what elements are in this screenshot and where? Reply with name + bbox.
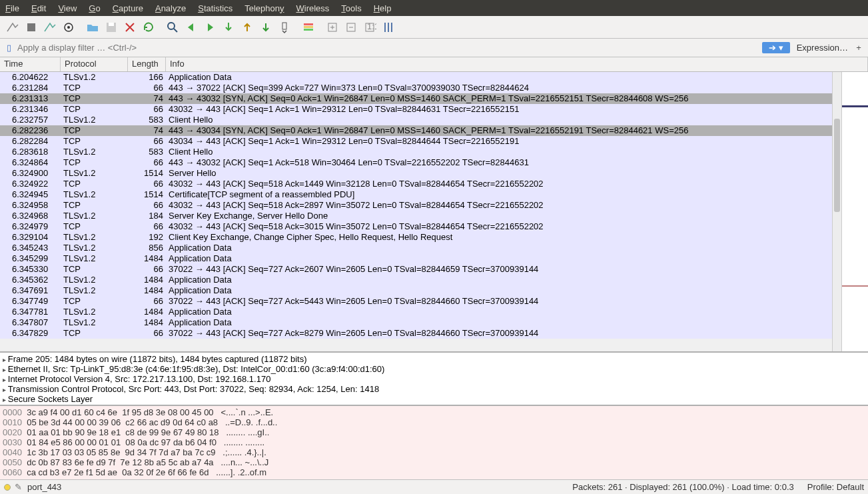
- menu-tools[interactable]: Tools: [341, 3, 361, 13]
- menu-analyze[interactable]: Analyze: [155, 3, 186, 13]
- packet-list[interactable]: 6.204622TLSv1.2166Application Data6.2312…: [0, 72, 832, 351]
- hex-line[interactable]: 0040 1c 3b 17 03 03 05 85 8e 9d 34 7f 7d…: [3, 447, 865, 457]
- packet-row[interactable]: 6.231346TCP6643032 → 443 [ACK] Seq=1 Ack…: [0, 104, 832, 115]
- packet-row[interactable]: 6.282236TCP74443 → 43034 [SYN, ACK] Seq=…: [0, 125, 832, 136]
- profile-label[interactable]: Profile: Default: [807, 482, 864, 492]
- packet-row[interactable]: 6.204622TLSv1.2166Application Data: [0, 72, 832, 83]
- menu-edit[interactable]: Edit: [31, 3, 46, 13]
- hex-line[interactable]: 0010 05 be 3d 44 00 00 39 06 c2 66 ac d9…: [3, 417, 865, 427]
- hex-line[interactable]: 0060 ca cd b3 e7 2e f1 5d ae 0a 32 0f 2e…: [3, 467, 865, 477]
- toolbar: 1:1: [0, 16, 868, 39]
- menu-file[interactable]: File: [5, 3, 19, 13]
- col-time[interactable]: Time: [0, 57, 61, 71]
- packet-row[interactable]: 6.347691TLSv1.21484Application Data: [0, 285, 832, 296]
- hex-line[interactable]: 0030 01 84 e5 86 00 00 01 01 08 0a dc 97…: [3, 437, 865, 447]
- hex-line[interactable]: 0050 dc 0b 87 83 6e fe d9 7f 7e 12 8b a5…: [3, 457, 865, 467]
- menu-help[interactable]: Help: [374, 3, 392, 13]
- display-filter-input[interactable]: [15, 41, 759, 54]
- packet-row[interactable]: 6.329104TLSv1.2192Client Key Exchange, C…: [0, 232, 832, 243]
- packet-row[interactable]: 6.347749TCP6637022 → 443 [ACK] Seq=727 A…: [0, 296, 832, 307]
- svg-rect-4: [109, 23, 114, 26]
- svg-rect-10: [304, 29, 313, 31]
- packet-row[interactable]: 6.324968TLSv1.2184Server Key Exchange, S…: [0, 211, 832, 221]
- details-line[interactable]: Secure Sockets Layer: [3, 394, 865, 404]
- details-line[interactable]: Frame 205: 1484 bytes on wire (11872 bit…: [3, 354, 865, 364]
- find-icon[interactable]: [164, 19, 181, 36]
- svg-point-5: [168, 23, 175, 29]
- packet-row[interactable]: 6.324945TLSv1.21514Certificate[TCP segme…: [0, 189, 832, 200]
- packet-row[interactable]: 6.324979TCP6643032 → 443 [ACK] Seq=518 A…: [0, 221, 832, 232]
- edit-pref-icon[interactable]: ✎: [15, 482, 22, 492]
- svg-point-2: [67, 26, 70, 29]
- restart-capture-icon[interactable]: [41, 19, 59, 36]
- start-capture-icon[interactable]: [4, 19, 21, 36]
- svg-rect-9: [304, 26, 313, 28]
- packet-count-label: Packets: 261 · Displayed: 261 (100.0%) ·…: [572, 482, 793, 492]
- packet-bytes-pane[interactable]: 0000 3c a9 f4 00 d1 60 c4 6e 1f 95 d8 3e…: [0, 405, 868, 479]
- packet-row[interactable]: 6.232757TLSv1.2583Client Hello: [0, 115, 832, 125]
- packet-row[interactable]: 6.345330TCP6637022 → 443 [ACK] Seq=727 A…: [0, 264, 832, 275]
- packet-row[interactable]: 6.324900TLSv1.21514Server Hello: [0, 168, 832, 179]
- hex-line[interactable]: 0020 01 aa 01 bb 90 9e 18 e1 c8 de 99 9e…: [3, 427, 865, 437]
- hex-line[interactable]: 0000 3c a9 f4 00 d1 60 c4 6e 1f 95 d8 3e…: [3, 407, 865, 417]
- capture-file-label: port_443: [27, 482, 61, 492]
- close-file-icon[interactable]: [121, 19, 139, 36]
- col-protocol[interactable]: Protocol: [61, 57, 128, 71]
- packet-list-header: Time Protocol Length Info: [0, 57, 868, 72]
- go-to-packet-icon[interactable]: [220, 19, 237, 36]
- menu-capture[interactable]: Capture: [113, 3, 143, 13]
- packet-row[interactable]: 6.347781TLSv1.21484Application Data: [0, 307, 832, 317]
- packet-row[interactable]: 6.324958TCP6643032 → 443 [ACK] Seq=518 A…: [0, 200, 832, 211]
- filter-bar: ▯ ➔ ▾ Expression… +: [0, 39, 868, 57]
- details-line[interactable]: Internet Protocol Version 4, Src: 172.21…: [3, 374, 865, 384]
- zoom-reset-icon[interactable]: 1:1: [361, 19, 378, 36]
- svg-rect-7: [282, 23, 286, 29]
- svg-rect-0: [27, 23, 35, 31]
- go-last-icon[interactable]: [257, 19, 274, 36]
- go-first-icon[interactable]: [238, 19, 256, 36]
- packet-row[interactable]: 6.231284TCP66443 → 37022 [ACK] Seq=399 A…: [0, 83, 832, 93]
- col-length[interactable]: Length: [128, 57, 166, 71]
- menu-statistics[interactable]: Statistics: [198, 3, 232, 13]
- capture-options-icon[interactable]: [60, 19, 77, 36]
- packet-row[interactable]: 6.231313TCP74443 → 43032 [SYN, ACK] Seq=…: [0, 93, 832, 104]
- go-back-icon[interactable]: [183, 19, 200, 36]
- zoom-out-icon[interactable]: [342, 19, 360, 36]
- svg-text:1:1: 1:1: [367, 21, 376, 31]
- zoom-in-icon[interactable]: [324, 19, 341, 36]
- menu-telephony[interactable]: Telephony: [244, 3, 284, 13]
- packet-row[interactable]: 6.324864TCP66443 → 43032 [ACK] Seq=1 Ack…: [0, 157, 832, 168]
- expert-info-icon[interactable]: [4, 484, 11, 491]
- add-filter-button[interactable]: +: [852, 43, 865, 53]
- resize-columns-icon[interactable]: [380, 19, 397, 36]
- apply-filter-button[interactable]: ➔ ▾: [762, 42, 790, 53]
- menu-wireless[interactable]: Wireless: [296, 3, 330, 13]
- packet-row[interactable]: 6.345299TLSv1.21484Application Data: [0, 253, 832, 264]
- svg-rect-8: [304, 23, 313, 25]
- reload-icon[interactable]: [140, 19, 157, 36]
- details-line[interactable]: Transmission Control Protocol, Src Port:…: [3, 384, 865, 394]
- col-info[interactable]: Info: [166, 57, 868, 71]
- packet-row[interactable]: 6.347829TCP6637022 → 443 [ACK] Seq=727 A…: [0, 328, 832, 339]
- expression-button[interactable]: Expression…: [793, 43, 852, 53]
- packet-row[interactable]: 6.324922TCP6643032 → 443 [ACK] Seq=518 A…: [0, 179, 832, 189]
- menubar: File Edit View Go Capture Analyze Statis…: [0, 0, 868, 16]
- packet-row[interactable]: 6.282284TCP6643034 → 443 [ACK] Seq=1 Ack…: [0, 136, 832, 147]
- save-file-icon[interactable]: [103, 19, 120, 36]
- packet-row[interactable]: 6.345243TLSv1.2856Application Data: [0, 243, 832, 253]
- stop-capture-icon[interactable]: [23, 19, 40, 36]
- colorize-icon[interactable]: [300, 19, 317, 36]
- packet-details-pane[interactable]: Frame 205: 1484 bytes on wire (11872 bit…: [0, 351, 868, 405]
- open-file-icon[interactable]: [84, 19, 101, 36]
- bookmark-icon[interactable]: ▯: [3, 43, 15, 53]
- details-line[interactable]: Ethernet II, Src: Tp-LinkT_95:d8:3e (c4:…: [3, 364, 865, 374]
- menu-go[interactable]: Go: [89, 3, 100, 13]
- packet-row[interactable]: 6.347807TLSv1.21484Application Data: [0, 317, 832, 328]
- go-forward-icon[interactable]: [201, 19, 218, 36]
- packet-row[interactable]: 6.283618TLSv1.2583Client Hello: [0, 147, 832, 157]
- menu-view[interactable]: View: [58, 3, 77, 13]
- packet-list-scrollbar[interactable]: [832, 72, 841, 351]
- packet-row[interactable]: 6.345362TLSv1.21484Application Data: [0, 275, 832, 285]
- auto-scroll-icon[interactable]: [276, 19, 293, 36]
- packet-minimap[interactable]: [841, 72, 868, 351]
